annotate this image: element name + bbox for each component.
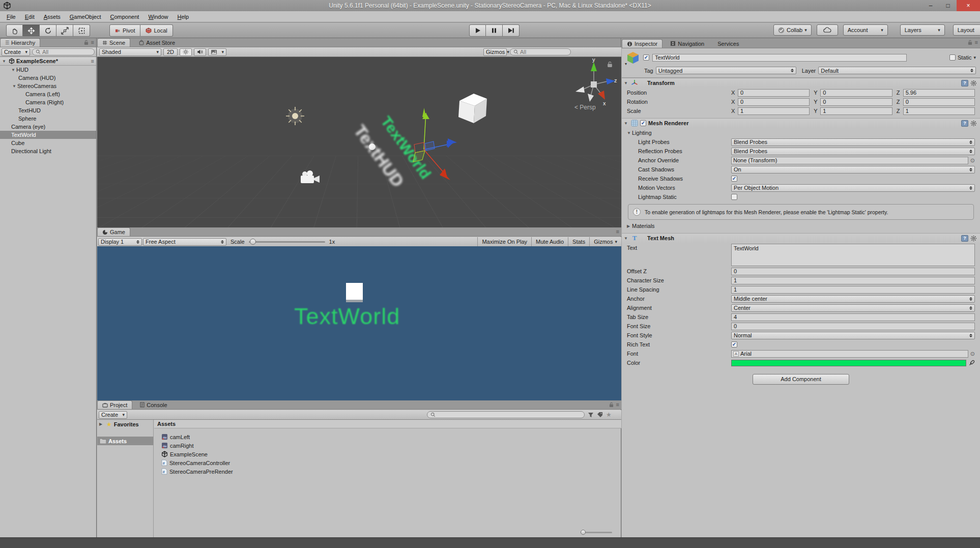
help-icon[interactable]: ? <box>961 80 968 86</box>
tab-navigation[interactable]: Navigation <box>666 39 709 48</box>
anchor-dropdown[interactable]: Middle center <box>731 295 975 303</box>
help-icon[interactable]: ? <box>961 235 968 242</box>
menu-component[interactable]: Component <box>106 12 144 21</box>
rotation-z-field[interactable]: 0 <box>903 98 975 106</box>
panel-menu-icon[interactable]: ≡ <box>91 39 94 45</box>
2d-toggle-button[interactable]: 2D <box>163 48 178 56</box>
menu-gameobject[interactable]: GameObject <box>65 12 106 21</box>
local-toggle-button[interactable]: Local <box>140 24 172 37</box>
lightmap-static-checkbox[interactable] <box>731 194 737 200</box>
active-checkbox[interactable]: ✓ <box>643 54 649 61</box>
fold-open-icon[interactable]: ▼ <box>624 81 629 85</box>
add-component-button[interactable]: Add Component <box>753 374 849 385</box>
gear-icon[interactable] <box>970 80 977 86</box>
tab-services[interactable]: Services <box>713 39 743 48</box>
cloud-button[interactable] <box>817 24 838 36</box>
mesh-renderer-enabled-checkbox[interactable]: ✓ <box>640 120 646 126</box>
cast-shadows-dropdown[interactable]: On <box>731 166 975 174</box>
maximize-button[interactable]: □ <box>939 0 957 11</box>
maximize-on-play-toggle[interactable]: Maximize On Play <box>477 237 531 246</box>
fold-open-icon[interactable]: ▼ <box>627 131 632 135</box>
fold-closed-icon[interactable]: ▶ <box>627 224 632 228</box>
anchor-override-object-field[interactable]: None (Transform) <box>731 157 968 164</box>
scale-slider-knob[interactable] <box>250 239 256 245</box>
lock-icon[interactable] <box>609 402 614 408</box>
assets-folder-item[interactable]: Assets <box>97 437 153 445</box>
search-by-label-icon[interactable] <box>597 412 603 418</box>
color-swatch[interactable] <box>731 360 966 366</box>
object-picker-icon[interactable]: ⊙ <box>970 351 975 357</box>
lock-icon[interactable] <box>968 40 972 45</box>
panel-menu-icon[interactable]: ≡ <box>616 228 619 235</box>
layout-dropdown[interactable]: Layout ▾ <box>953 24 980 36</box>
fold-closed-icon[interactable]: ▶ <box>99 422 104 426</box>
rotate-tool-button[interactable] <box>40 24 56 37</box>
light-probes-dropdown[interactable]: Blend Probes <box>731 138 975 146</box>
help-icon[interactable]: ? <box>961 120 968 127</box>
text-mesh-header[interactable]: ▼ T Text Mesh ? <box>622 233 980 243</box>
lighting-foldout[interactable]: ▼ Lighting <box>627 129 975 137</box>
rect-tool-button[interactable] <box>73 24 90 37</box>
menu-help[interactable]: Help <box>173 12 194 21</box>
pivot-toggle-button[interactable]: Pivot <box>109 24 140 37</box>
gear-icon[interactable] <box>970 235 977 242</box>
hierarchy-item-camera-eye[interactable]: Camera (eye) <box>0 123 96 131</box>
stats-toggle[interactable]: Stats <box>568 237 589 246</box>
camera-gizmo-icon[interactable] <box>299 170 321 185</box>
move-gizmo[interactable] <box>400 106 492 192</box>
hierarchy-item-stereocameras[interactable]: ▼StereoCameras <box>0 82 96 90</box>
minimize-button[interactable]: – <box>922 0 939 11</box>
scene-search-input[interactable]: All <box>510 48 571 55</box>
file-examplescene[interactable]: ExampleScene <box>154 450 621 458</box>
tab-inspector[interactable]: Inspector <box>622 39 662 48</box>
menu-assets[interactable]: Assets <box>39 12 65 21</box>
scene-menu-icon[interactable]: ≡ <box>91 58 94 64</box>
tab-hierarchy[interactable]: ☰ Hierarchy <box>0 38 40 47</box>
hierarchy-item-hud[interactable]: ▼HUD <box>0 66 96 74</box>
step-button[interactable] <box>503 24 520 37</box>
panel-menu-icon[interactable]: ≡ <box>616 401 619 408</box>
scene-viewport[interactable]: TextHUD TextWorld <box>97 57 621 227</box>
file-camleft[interactable]: camLeft <box>154 432 621 441</box>
game-viewport[interactable]: TextWorld <box>97 246 621 400</box>
hierarchy-item-directional-light[interactable]: Directional Light <box>0 147 96 155</box>
fold-open-icon[interactable]: ▼ <box>624 236 629 241</box>
mesh-renderer-header[interactable]: ▼ ✓ Mesh Renderer ? <box>622 118 980 128</box>
scene-effects-dropdown[interactable]: ▾ <box>208 48 226 56</box>
character-size-field[interactable]: 1 <box>731 277 975 284</box>
position-z-field[interactable]: 5.96 <box>903 89 975 97</box>
text-value-field[interactable]: TextWorld <box>731 244 975 266</box>
eyedropper-icon[interactable] <box>969 360 975 366</box>
object-picker-icon[interactable]: ⊙ <box>970 157 975 164</box>
scene-lock-icon[interactable] <box>607 61 613 68</box>
scale-slider[interactable] <box>249 241 325 243</box>
game-gizmos-dropdown[interactable]: Gizmos ▾ <box>589 237 621 246</box>
aspect-dropdown[interactable]: Free Aspect <box>143 238 226 246</box>
offset-z-field[interactable]: 0 <box>731 268 975 275</box>
motion-vectors-dropdown[interactable]: Per Object Motion <box>731 184 975 192</box>
play-button[interactable] <box>469 24 486 37</box>
alignment-dropdown[interactable]: Center <box>731 304 975 312</box>
sun-gizmo-icon[interactable] <box>284 105 306 127</box>
scene-lighting-toggle[interactable] <box>180 48 192 56</box>
font-object-field[interactable]: A Arial <box>731 350 968 358</box>
menu-edit[interactable]: Edit <box>20 12 39 21</box>
menu-window[interactable]: Window <box>143 12 172 21</box>
static-checkbox[interactable] <box>949 54 956 61</box>
project-search-input[interactable] <box>427 411 585 418</box>
tab-scene[interactable]: Scene <box>97 38 130 47</box>
font-style-dropdown[interactable]: Normal <box>731 332 975 339</box>
hierarchy-item-cube[interactable]: Cube <box>0 139 96 147</box>
rotation-y-field[interactable]: 0 <box>820 98 892 106</box>
hierarchy-item-camera-left[interactable]: Camera (Left) <box>0 90 96 98</box>
hierarchy-item-camera-right[interactable]: Camera (Right) <box>0 98 96 106</box>
scene-gizmos-dropdown[interactable]: Gizmos ▾ <box>483 48 507 56</box>
position-y-field[interactable]: 0 <box>820 89 892 97</box>
scene-audio-toggle[interactable] <box>194 48 206 56</box>
tab-asset-store[interactable]: Asset Store <box>134 38 180 47</box>
hierarchy-item-sphere[interactable]: Sphere <box>0 114 96 123</box>
persp-label[interactable]: < Persp <box>574 104 596 111</box>
file-stereocameraprerender[interactable]: # StereoCameraPreRender <box>154 467 621 476</box>
tab-size-field[interactable]: 4 <box>731 313 975 321</box>
layer-dropdown[interactable]: Default <box>818 67 976 74</box>
